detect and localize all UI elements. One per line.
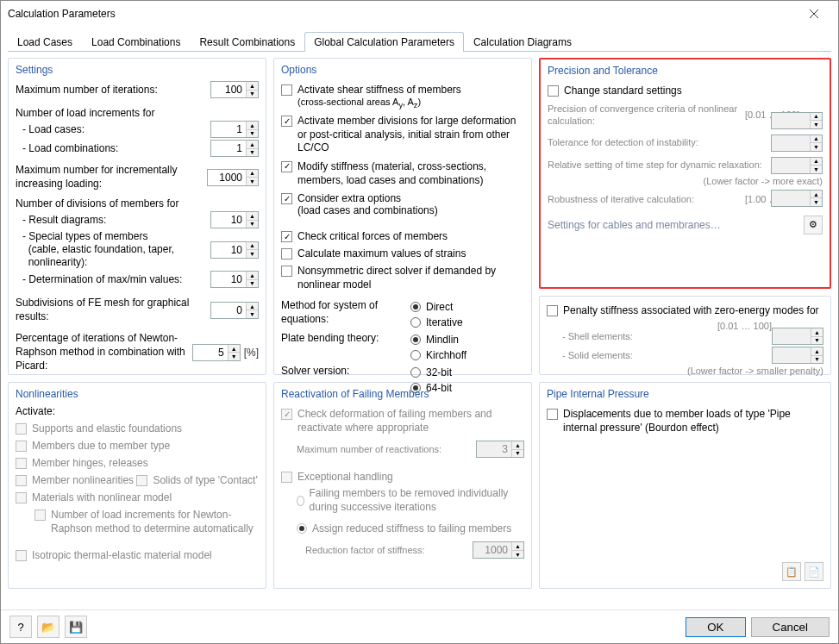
timestep-input: ▲▼ <box>771 157 823 174</box>
nl-supports: Supports and elastic foundations <box>16 422 182 435</box>
opt-nonsym[interactable]: Nonsymmetric direct solver if demanded b… <box>281 265 524 291</box>
solver-32[interactable]: 32-bit <box>410 366 452 378</box>
inc-loading-input[interactable]: ▲▼ <box>207 169 259 186</box>
precision-title: Precision and Tolerance <box>548 65 823 77</box>
penalty-group: Penalty stiffness associated with zero-e… <box>539 296 831 375</box>
load-cases-input[interactable]: ▲▼ <box>210 121 259 138</box>
settings-group: Settings Maximum number of iterations: ▲… <box>8 58 266 375</box>
cancel-button[interactable]: Cancel <box>751 617 830 637</box>
react-max-input: ▲▼ <box>476 441 524 458</box>
nl-solids-contact: Solids of type 'Contact' <box>136 474 257 486</box>
instability-label: Tolerance for detection of instability: <box>548 136 771 148</box>
load-incr-header: Number of load increments for <box>16 107 259 119</box>
ok-button[interactable]: OK <box>686 617 745 637</box>
conv-label: Precision of convergence criteria of non… <box>548 103 745 128</box>
timestep-label: Relative setting of time step for dynami… <box>548 159 771 171</box>
shell-label: - Shell elements: <box>562 331 772 341</box>
robust-label: Robustness of iterative calculation: <box>548 193 745 205</box>
react-check: Check deformation of failing members and… <box>281 408 524 435</box>
titlebar: Calculation Parameters <box>1 1 838 27</box>
solid-label: - Solid elements: <box>562 350 772 360</box>
picard-input[interactable]: ▲▼ <box>192 344 241 361</box>
method-direct[interactable]: Direct <box>410 301 453 313</box>
plate-kirchhoff[interactable]: Kirchhoff <box>410 349 466 361</box>
nl-member-nonlin: Member nonlinearities <box>16 474 134 486</box>
bottombar: ? 📂 💾 OK Cancel <box>1 610 838 643</box>
instability-input: ▲▼ <box>771 134 823 152</box>
react-remove: Failing members to be removed individual… <box>281 487 524 514</box>
copy-right-icon[interactable]: 📄 <box>805 562 823 581</box>
red-factor-input: ▲▼ <box>473 541 524 559</box>
activate-label: Activate: <box>16 405 259 417</box>
fe-subdiv-input[interactable]: ▲▼ <box>210 302 259 319</box>
inc-loading-label: Maximum number for incrementally increas… <box>16 164 207 191</box>
opt-shear[interactable]: Activate shear stiffness of members (cro… <box>281 84 461 109</box>
opt-strains[interactable]: Calculate maximum values of strains <box>281 247 466 259</box>
options-group: Options Activate shear stiffness of memb… <box>273 58 532 375</box>
timestep-hint: (Lower factor -> more exact) <box>704 176 823 186</box>
cables-settings-button[interactable]: ⚙ <box>804 216 823 234</box>
tab-result-combinations[interactable]: Result Combinations <box>190 32 304 52</box>
opt-mod-stiff[interactable]: Modify stiffness (material, cross-sectio… <box>281 160 524 187</box>
close-button[interactable] <box>797 2 831 26</box>
opt-critical[interactable]: Check critical forces of members <box>281 230 448 242</box>
react-max-label: Maximum number of reactivations: <box>297 444 476 454</box>
picard-label: Percentage of iterations of Newton-Raphs… <box>16 332 192 372</box>
divisions-header: Number of divisions of members for <box>16 197 259 209</box>
load-combos-input[interactable]: ▲▼ <box>210 140 259 157</box>
robust-input: ▲▼ <box>771 190 823 207</box>
solver-label: Solver version: <box>281 365 410 377</box>
nl-iso: Isotropic thermal-elastic material model <box>16 549 212 561</box>
special-types-label: - Special types of members (cable, elast… <box>22 230 210 269</box>
tab-load-combinations[interactable]: Load Combinations <box>82 32 190 52</box>
window-title: Calculation Parameters <box>8 8 797 20</box>
special-types-input[interactable]: ▲▼ <box>210 241 259 259</box>
shell-input: ▲▼ <box>772 328 823 345</box>
method-iterative[interactable]: Iterative <box>410 316 463 328</box>
settings-title: Settings <box>16 64 259 76</box>
save-button[interactable]: 💾 <box>65 616 87 638</box>
nonlinearities-title: Nonlinearities <box>16 388 259 400</box>
nonlinearities-group: Nonlinearities Activate: Supports and el… <box>8 382 266 589</box>
opt-extra[interactable]: Consider extra options(load cases and co… <box>281 192 438 216</box>
options-title: Options <box>281 64 524 76</box>
tab-load-cases[interactable]: Load Cases <box>8 32 82 52</box>
reactivation-title: Reactivation of Failing Members <box>281 388 524 400</box>
open-button[interactable]: 📂 <box>37 616 59 638</box>
copy-left-icon[interactable]: 📋 <box>782 562 801 581</box>
result-diag-input[interactable]: ▲▼ <box>210 211 259 228</box>
tab-global-parameters[interactable]: Global Calculation Parameters <box>304 32 464 52</box>
nl-members-type: Members due to member type <box>16 440 170 452</box>
load-cases-label: - Load cases: <box>22 123 210 135</box>
plate-mindlin[interactable]: Mindlin <box>410 334 459 346</box>
pipe-title: Pipe Internal Pressure <box>547 388 823 400</box>
maxmin-label: - Determination of max/min values: <box>22 273 210 285</box>
nl-nr-sub: Number of load increments for Newton-Rap… <box>16 509 259 535</box>
result-diag-label: - Result diagrams: <box>22 214 210 226</box>
solid-input: ▲▼ <box>772 347 823 364</box>
penalty-check[interactable]: Penalty stiffness associated with zero-e… <box>547 304 819 316</box>
conv-input: ▲▼ <box>771 112 823 129</box>
red-factor-label: Reduction factor of stiffness: <box>305 545 473 555</box>
precision-group: Precision and Tolerance Change standard … <box>539 58 831 289</box>
picard-unit: [%] <box>244 347 259 359</box>
react-exceptional: Exceptional handling <box>281 471 393 483</box>
max-iter-input[interactable]: ▲▼ <box>210 81 259 98</box>
fe-subdiv-label: Subdivisions of FE mesh for graphical re… <box>16 297 210 323</box>
method-label: Method for system of equations: <box>281 299 410 326</box>
pipe-check[interactable]: Displacements due to member loads of typ… <box>547 408 823 435</box>
max-iter-label: Maximum number of iterations: <box>16 84 210 96</box>
opt-mdiv[interactable]: Activate member divisions for large defo… <box>281 115 524 155</box>
reactivation-group: Reactivation of Failing Members Check de… <box>273 382 532 589</box>
maxmin-input[interactable]: ▲▼ <box>210 271 259 288</box>
nl-materials: Materials with nonlinear model <box>16 491 172 503</box>
tab-calculation-diagrams[interactable]: Calculation Diagrams <box>464 32 581 52</box>
penalty-hint: (Lower factor -> smaller penalty) <box>687 366 823 376</box>
plate-label: Plate bending theory: <box>281 332 410 344</box>
load-combos-label: - Load combinations: <box>22 142 210 154</box>
react-assign: Assign reduced stiffness to failing memb… <box>281 522 511 535</box>
tabs: Load Cases Load Combinations Result Comb… <box>1 27 838 52</box>
help-button[interactable]: ? <box>9 616 32 638</box>
pipe-group: Pipe Internal Pressure Displacements due… <box>539 382 831 589</box>
precision-change[interactable]: Change standard settings <box>548 84 682 97</box>
